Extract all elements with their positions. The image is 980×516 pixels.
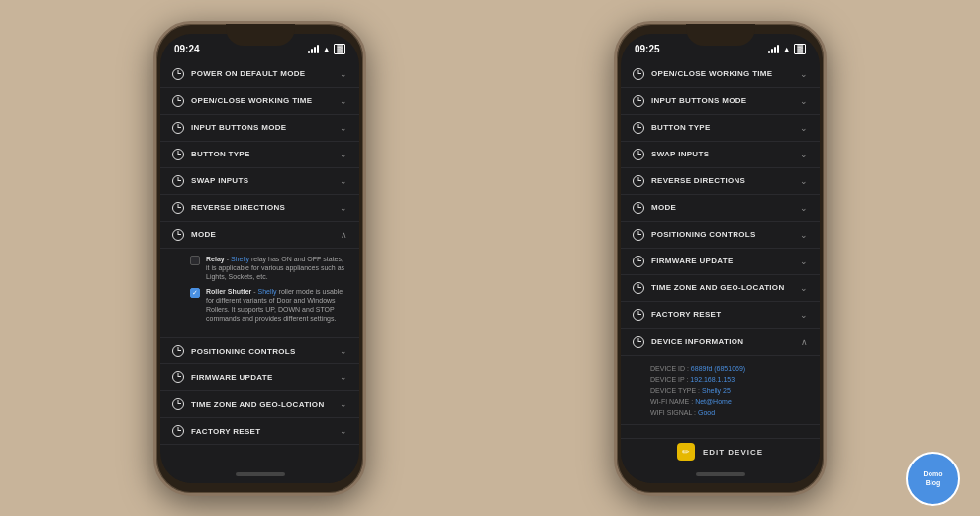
chevron-2-device-info: ∧ bbox=[801, 337, 808, 347]
menu-item-positioning-label: POSITIONING CONTROLS bbox=[191, 347, 296, 356]
menu-item-2-mode[interactable]: MODE ⌄ bbox=[621, 195, 820, 222]
chevron-2-positioning: ⌄ bbox=[800, 230, 808, 240]
chevron-2-open-close: ⌄ bbox=[800, 69, 808, 79]
chevron-reverse-directions: ⌄ bbox=[340, 203, 347, 213]
menu-item-2-open-close[interactable]: OPEN/CLOSE WORKING TIME ⌄ bbox=[621, 61, 820, 88]
battery-icon-2: ▓ bbox=[794, 44, 806, 54]
wifi-icon-2: ▲ bbox=[782, 45, 791, 54]
menu-item-2-button-type[interactable]: BUTTON TYPE ⌄ bbox=[621, 115, 820, 142]
label-2-timezone: TIME ZONE AND GEO-LOCATION bbox=[651, 283, 784, 292]
wifi-signal-line: WIFI SIGNAL : Good bbox=[650, 407, 808, 418]
menu-item-power-on-left: POWER ON DEFAULT MODE bbox=[172, 68, 305, 80]
signal-bars-1 bbox=[308, 45, 319, 53]
clock-icon-mode bbox=[172, 229, 184, 241]
wifi-signal-value: Good bbox=[698, 409, 715, 416]
label-2-mode: MODE bbox=[651, 203, 676, 212]
scene: 09:24 ▲ ▓ P bbox=[0, 0, 980, 516]
mode-text-roller: Roller Shutter - Shelly roller mode is u… bbox=[206, 287, 347, 323]
status-icons-2: ▲ ▓ bbox=[768, 44, 806, 54]
menu-item-button-type-left: BUTTON TYPE bbox=[172, 149, 250, 160]
screen-1: 09:24 ▲ ▓ P bbox=[160, 34, 359, 483]
signal-bar-2-2 bbox=[771, 49, 773, 53]
home-pill-2 bbox=[696, 472, 745, 476]
menu-item-mode[interactable]: MODE ∧ bbox=[160, 222, 359, 249]
signal-bar-1 bbox=[308, 51, 310, 53]
menu-item-2-firmware[interactable]: FIRMWARE UPDATE ⌄ bbox=[621, 249, 820, 275]
chevron-2-timezone: ⌄ bbox=[800, 283, 808, 293]
clock-icon-2-device-info bbox=[633, 336, 644, 348]
menu-item-input-buttons-label: INPUT BUTTONS MODE bbox=[191, 123, 286, 132]
clock-icon-factory-reset bbox=[172, 425, 184, 437]
checkbox-relay[interactable] bbox=[190, 256, 200, 265]
phone-2: 09:25 ▲ ▓ OPEN/CLOSE bbox=[614, 21, 827, 496]
roller-name: Roller Shutter bbox=[206, 288, 251, 295]
wifi-name-value: Net@Home bbox=[695, 398, 732, 405]
mode-option-roller[interactable]: ✓ Roller Shutter - Shelly roller mode is… bbox=[190, 287, 347, 323]
clock-icon-2-timezone bbox=[633, 282, 644, 294]
relay-name: Relay bbox=[206, 256, 225, 262]
edit-button[interactable]: ✏ bbox=[677, 443, 695, 461]
chevron-2-firmware: ⌄ bbox=[800, 257, 808, 266]
menu-item-firmware[interactable]: FIRMWARE UPDATE ⌄ bbox=[160, 364, 359, 391]
clock-icon-2-open-close bbox=[633, 68, 644, 80]
menu-item-firmware-label: FIRMWARE UPDATE bbox=[191, 373, 273, 382]
side-button-right-2 bbox=[825, 123, 827, 157]
menu-item-factory-reset[interactable]: FACTORY RESET ⌄ bbox=[160, 418, 359, 445]
menu-item-2-factory-reset[interactable]: FACTORY RESET ⌄ bbox=[621, 302, 820, 329]
screen-2: 09:25 ▲ ▓ OPEN/CLOSE bbox=[621, 34, 820, 483]
chevron-power-on: ⌄ bbox=[340, 69, 347, 79]
menu-item-power-on-label: POWER ON DEFAULT MODE bbox=[191, 69, 305, 78]
clock-icon-button-type bbox=[172, 149, 184, 160]
menu-item-2-reverse-directions[interactable]: REVERSE DIRECTIONS ⌄ bbox=[621, 168, 820, 195]
menu-item-2-positioning[interactable]: POSITIONING CONTROLS ⌄ bbox=[621, 222, 820, 249]
checkbox-roller[interactable]: ✓ bbox=[190, 288, 200, 298]
mode-expanded-content: Relay - Shelly relay has ON and OFF stat… bbox=[160, 249, 359, 339]
menu-item-2-input-buttons[interactable]: INPUT BUTTONS MODE ⌄ bbox=[621, 88, 820, 115]
menu-item-input-buttons[interactable]: INPUT BUTTONS MODE ⌄ bbox=[160, 115, 359, 142]
mode-option-relay[interactable]: Relay - Shelly relay has ON and OFF stat… bbox=[190, 255, 347, 281]
wifi-signal-label: WIFI SIGNAL : bbox=[650, 409, 696, 416]
menu-item-reverse-directions-left: REVERSE DIRECTIONS bbox=[172, 202, 285, 214]
clock-icon-timezone bbox=[172, 398, 184, 410]
signal-bar-2 bbox=[311, 49, 313, 53]
menu-item-button-type[interactable]: BUTTON TYPE ⌄ bbox=[160, 142, 359, 168]
menu-item-positioning[interactable]: POSITIONING CONTROLS ⌄ bbox=[160, 338, 359, 364]
battery-icon-1: ▓ bbox=[334, 44, 345, 54]
menu-item-2-timezone[interactable]: TIME ZONE AND GEO-LOCATION ⌄ bbox=[621, 275, 820, 302]
home-indicator-1 bbox=[160, 465, 359, 483]
domo-badge: Domo Blog bbox=[906, 452, 960, 506]
menu-item-reverse-directions[interactable]: REVERSE DIRECTIONS ⌄ bbox=[160, 195, 359, 222]
signal-bar-2-3 bbox=[774, 47, 776, 53]
clock-icon-2-button-type bbox=[633, 122, 644, 134]
clock-icon-2-positioning bbox=[633, 229, 644, 241]
domo-badge-line2: Blog bbox=[926, 479, 941, 487]
menu-item-factory-reset-left: FACTORY RESET bbox=[172, 425, 260, 437]
side-button-left3-1 bbox=[153, 177, 155, 212]
menu-item-2-device-info[interactable]: DEVICE INFORMATION ∧ bbox=[621, 329, 820, 356]
chevron-2-input-buttons: ⌄ bbox=[800, 96, 808, 106]
clock-icon-2-swap-inputs bbox=[633, 149, 644, 160]
menu-item-swap-inputs[interactable]: SWAP INPUTS ⌄ bbox=[160, 168, 359, 195]
label-2-device-info: DEVICE INFORMATION bbox=[651, 337, 743, 346]
status-time-1: 09:24 bbox=[174, 44, 200, 54]
menu-item-2-swap-inputs[interactable]: SWAP INPUTS ⌄ bbox=[621, 142, 820, 168]
home-pill-1 bbox=[236, 472, 285, 476]
chevron-swap-inputs: ⌄ bbox=[340, 176, 347, 186]
menu-item-firmware-left: FIRMWARE UPDATE bbox=[172, 371, 273, 383]
menu-item-swap-inputs-left: SWAP INPUTS bbox=[172, 175, 248, 187]
clock-icon-positioning bbox=[172, 345, 184, 357]
device-ip-line: DEVICE IP : 192.168.1.153 bbox=[650, 374, 808, 385]
phone-1: 09:24 ▲ ▓ P bbox=[153, 21, 366, 496]
menu-item-open-close[interactable]: OPEN/CLOSE WORKING TIME ⌄ bbox=[160, 88, 359, 115]
chevron-2-button-type: ⌄ bbox=[800, 123, 808, 133]
mode-text-relay: Relay - Shelly relay has ON and OFF stat… bbox=[206, 255, 347, 281]
chevron-2-mode: ⌄ bbox=[800, 203, 808, 213]
clock-icon-swap-inputs bbox=[172, 175, 184, 187]
signal-bars-2 bbox=[768, 45, 779, 53]
signal-bar-2-1 bbox=[768, 51, 770, 53]
label-2-firmware: FIRMWARE UPDATE bbox=[651, 257, 734, 265]
menu-item-open-close-left: OPEN/CLOSE WORKING TIME bbox=[172, 95, 312, 107]
menu-item-power-on[interactable]: POWER ON DEFAULT MODE ⌄ bbox=[160, 61, 359, 88]
menu-item-open-close-label: OPEN/CLOSE WORKING TIME bbox=[191, 96, 312, 105]
menu-item-timezone[interactable]: TIME ZONE AND GEO-LOCATION ⌄ bbox=[160, 391, 359, 418]
